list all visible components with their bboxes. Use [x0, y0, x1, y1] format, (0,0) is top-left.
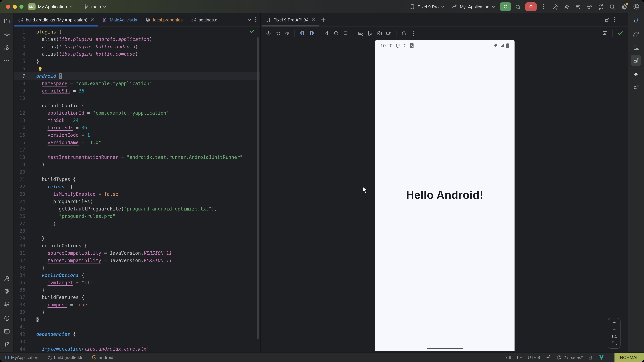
vim-normal-mode-badge[interactable]: NORMAL: [615, 353, 644, 362]
vim-mode-widget[interactable]: [599, 355, 604, 360]
code-line[interactable]: 18 testInstrumentationRunner = "androidx…: [14, 153, 260, 161]
code-line[interactable]: 2 alias(libs.plugins.android.application…: [14, 35, 260, 43]
code-line[interactable]: 12 applicationId = "com.example.myapplic…: [14, 109, 260, 117]
breadcrumb-element[interactable]: android: [99, 355, 113, 360]
code-line[interactable]: 19 }: [14, 161, 260, 168]
settings-button[interactable]: [619, 2, 629, 12]
version-control-tool-button[interactable]: [2, 340, 11, 349]
code-line[interactable]: 30 compileOptions {: [14, 242, 260, 249]
code-line[interactable]: 5}: [14, 58, 260, 65]
code-line[interactable]: 23 isMinifyEnabled = false: [14, 190, 260, 198]
code-line[interactable]: 24 proguardFiles(: [14, 198, 260, 205]
code-line[interactable]: 4 alias(libs.plugins.kotlin.compose): [14, 50, 260, 58]
attach-debugger-button[interactable]: [585, 2, 594, 11]
volume-down-button[interactable]: [283, 29, 292, 37]
android-home-button[interactable]: [332, 29, 340, 37]
code-line[interactable]: 40}: [14, 316, 260, 323]
code-line[interactable]: 11 defaultConfig {: [14, 102, 260, 109]
code-line[interactable]: 43: [14, 338, 260, 345]
close-device-tab-icon[interactable]: ✕: [312, 17, 316, 22]
code-line[interactable]: 15 versionCode = 1: [14, 131, 260, 139]
code-line[interactable]: 14 targetSdk = 36: [14, 124, 260, 131]
apply-changes-button[interactable]: [562, 2, 571, 11]
zoom-fit-icon[interactable]: [612, 341, 617, 346]
terminal-tool-button[interactable]: [2, 327, 11, 336]
run-configuration-selector[interactable]: My_Application: [449, 3, 497, 10]
search-everywhere-button[interactable]: [608, 2, 616, 11]
device-manager-tool-button[interactable]: [630, 42, 641, 53]
notifications-button[interactable]: [630, 15, 641, 26]
breadcrumb-file[interactable]: build.gradle.kts: [54, 355, 83, 360]
close-tab-icon[interactable]: ✕: [90, 17, 94, 22]
project-tool-button[interactable]: [2, 16, 11, 25]
code-line[interactable]: 36 }: [14, 286, 260, 294]
project-widget[interactable]: MA My Application: [28, 0, 73, 13]
maximize-window-button[interactable]: [20, 5, 24, 9]
add-device-tab-button[interactable]: [319, 15, 328, 24]
indent-widget[interactable]: 2 spaces*: [556, 355, 583, 360]
device-settings-button[interactable]: [366, 29, 374, 37]
close-window-button[interactable]: [6, 5, 10, 9]
tab-local-properties[interactable]: local.properties: [142, 13, 187, 26]
profile-avatar-button[interactable]: [632, 2, 641, 11]
file-lock-status[interactable]: [588, 355, 593, 360]
device-tab-pixel9pro[interactable]: Pixel 9 Pro API 34 ✕: [262, 13, 319, 26]
app-quality-insights-tool-button[interactable]: [2, 287, 11, 296]
more-run-actions-button[interactable]: [539, 2, 548, 11]
intention-bulb-icon[interactable]: [38, 67, 42, 70]
encoding-widget[interactable]: UTF-8: [528, 355, 540, 360]
caret-position-widget[interactable]: 7:9: [505, 355, 511, 360]
tab-settings-gradle[interactable]: settings.g: [187, 13, 221, 26]
code-line[interactable]: 17: [14, 146, 260, 153]
code-line[interactable]: 41: [14, 323, 260, 331]
tab-mainactivity-kt[interactable]: MainActivity.kt: [98, 13, 142, 26]
hide-panel-icon[interactable]: [620, 19, 624, 20]
editor-scrollbar[interactable]: [256, 37, 259, 339]
code-line[interactable]: 8 namespace = "com.example.myapplication…: [14, 80, 260, 87]
rotate-left-button[interactable]: [298, 29, 306, 37]
code-line[interactable]: 9 compileSdk = 36: [14, 87, 260, 94]
minimize-window-button[interactable]: [13, 5, 17, 9]
open-in-window-icon[interactable]: [604, 17, 610, 23]
power-button[interactable]: [264, 29, 273, 37]
code-line[interactable]: 26 "proguard-rules.pro": [14, 213, 260, 220]
profiler-button[interactable]: [574, 2, 582, 11]
screen-record-button[interactable]: [384, 29, 393, 37]
logcat-tool-button[interactable]: [2, 301, 11, 309]
hardware-input-button[interactable]: [356, 29, 365, 37]
build-project-button[interactable]: [551, 2, 560, 11]
android-back-button[interactable]: [322, 29, 331, 37]
code-line[interactable]: 20: [14, 168, 260, 176]
ai-assistant-status[interactable]: [546, 355, 551, 360]
debug-app-button[interactable]: [514, 2, 522, 11]
code-line[interactable]: 37 buildFeatures {: [14, 294, 260, 301]
screenshot-button[interactable]: [375, 29, 384, 37]
code-line[interactable]: 33 }: [14, 264, 260, 272]
line-ending-widget[interactable]: LF: [517, 355, 522, 360]
running-devices-tool-button[interactable]: [630, 55, 641, 66]
inspect-screens-button[interactable]: [601, 29, 610, 37]
gesture-navigation-bar[interactable]: [427, 348, 463, 349]
panel-options-kebab-icon[interactable]: [614, 17, 616, 22]
gradle-tool-button[interactable]: [630, 29, 641, 39]
resource-manager-tool-button[interactable]: [2, 43, 11, 52]
tab-build-gradle-kts[interactable]: build.gradle.kts (My Application) ✕: [14, 13, 98, 26]
code-line[interactable]: 44 implementation(libs.androidx.core.ktx…: [14, 345, 260, 353]
problems-tool-button[interactable]: [2, 314, 11, 323]
sync-project-button[interactable]: [596, 2, 605, 11]
code-line[interactable]: 25 getDefaultProguardFile("proguard-andr…: [14, 205, 260, 213]
code-line[interactable]: 16 versionName = "1.0": [14, 139, 260, 146]
rerun-app-button[interactable]: [500, 2, 511, 11]
zoom-actual-size-button[interactable]: 1:1: [612, 334, 617, 338]
inspections-ok-icon[interactable]: [250, 29, 254, 33]
code-line[interactable]: 29 }: [14, 235, 260, 242]
code-line[interactable]: 31 sourceCompatibility = JavaVersion.VER…: [14, 249, 260, 257]
code-line[interactable]: 7android {: [14, 72, 260, 80]
code-line[interactable]: 10: [14, 94, 260, 102]
volume-up-button[interactable]: [273, 29, 282, 37]
tab-list-chevron-icon[interactable]: [248, 18, 251, 21]
zoom-in-button[interactable]: +: [612, 321, 616, 325]
zoom-out-button[interactable]: −: [612, 328, 616, 331]
more-tool-windows-button[interactable]: [2, 56, 11, 65]
code-line[interactable]: 34 kotlinOptions {: [14, 272, 260, 279]
